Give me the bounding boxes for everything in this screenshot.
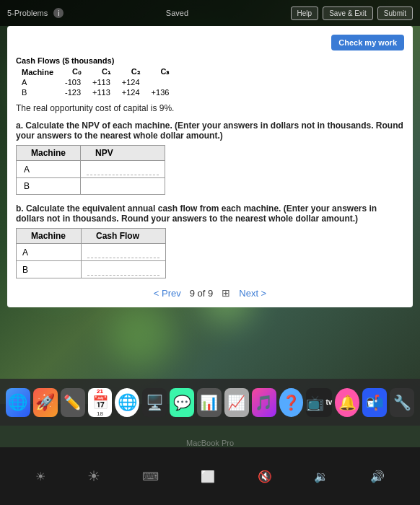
calendar-num: 18 — [97, 410, 103, 417]
b-c2: +124 — [116, 87, 146, 97]
bar-icon: 📈 — [227, 394, 245, 411]
npv-machine-a: A — [17, 161, 81, 178]
mute-icon[interactable]: 🔇 — [258, 470, 272, 483]
col-c1: C₁ — [87, 66, 116, 77]
prev-button[interactable]: < Prev — [154, 288, 181, 299]
b-c3: +136 — [146, 87, 175, 97]
brightness-low-icon[interactable]: ☀ — [35, 470, 45, 483]
cf2-value-b[interactable] — [82, 261, 166, 278]
dock-item-bell[interactable]: 🔔 — [335, 388, 359, 417]
saved-status: Saved — [166, 9, 188, 17]
dock-item-tools[interactable]: 🔧 — [390, 388, 414, 417]
dock-item-question[interactable]: ❓ — [279, 388, 304, 417]
cf2-col-cashflow: Cash Flow — [82, 229, 166, 244]
grid-icon[interactable]: ⊞ — [222, 287, 230, 299]
top-bar: 5-Problems i Saved Help Save & Exit Subm… — [0, 0, 420, 26]
keyboard-bar: ☀ ☀ ⌨ ⬜ 🔇 🔉 🔊 — [0, 447, 420, 505]
cash-flow-table: Machine C₀ C₁ C₂ C₃ A -103 +113 +124 B — [16, 66, 175, 97]
npv-machine-b: B — [17, 178, 81, 195]
cf2-row-b: B — [17, 261, 166, 278]
machine-b: B — [16, 87, 59, 97]
part-a-label: a. Calculate the NPV of each machine. (E… — [16, 120, 404, 141]
finder-icon: 🌐 — [8, 393, 27, 412]
monitor-icon: 🖥️ — [146, 394, 164, 411]
part-b-label: b. Calculate the equivalent annual cash … — [16, 203, 404, 224]
npv-col-npv: NPV — [81, 146, 165, 161]
cash-flows-section: Cash Flows ($ thousands) Machine C₀ C₁ C… — [16, 56, 404, 97]
npv-value-b[interactable] — [81, 178, 165, 195]
cashflow-table2: Machine Cash Flow A B — [16, 228, 166, 278]
a-c3 — [146, 77, 175, 87]
mission-control-icon[interactable]: ⬜ — [201, 470, 215, 483]
tv-icon: 📺 — [306, 394, 324, 411]
info-icon: i — [53, 8, 64, 18]
dock-item-monitor[interactable]: 🖥️ — [142, 388, 167, 417]
b-c0: -123 — [59, 87, 87, 97]
a-c1: +113 — [87, 77, 116, 87]
help-button[interactable]: Help — [291, 6, 319, 20]
brightness-high-icon[interactable]: ☀ — [87, 467, 100, 485]
npv-row-b: B — [17, 178, 165, 195]
page-count: 9 of 9 — [190, 288, 214, 299]
dock-item-pencil[interactable]: ✏️ — [61, 388, 85, 417]
npv-col-machine: Machine — [17, 146, 81, 161]
calendar-date-badge: 21 — [97, 388, 103, 395]
cf2-col-machine: Machine — [17, 229, 82, 244]
col-c0: C₀ — [59, 66, 87, 77]
saved-label: Saved — [166, 9, 188, 17]
dock-item-bar[interactable]: 📈 — [224, 388, 249, 417]
cash-flow-header: Cash Flows ($ thousands) — [16, 56, 404, 65]
dock-item-finder[interactable]: 🌐 — [6, 388, 30, 417]
npv-table: Machine NPV A B — [16, 145, 165, 195]
keyboard-icon[interactable]: ⌨ — [142, 470, 159, 483]
table-row: B -123 +113 +124 +136 — [16, 87, 175, 97]
next-button[interactable]: Next > — [239, 288, 266, 299]
npv-row-a: A — [17, 161, 165, 178]
submit-button[interactable]: Submit — [377, 6, 413, 20]
a-c2: +124 — [116, 77, 146, 87]
cf-input-b[interactable] — [87, 263, 159, 276]
top-bar-right: Help Save & Exit Submit — [291, 6, 413, 20]
npv-input-b[interactable] — [87, 180, 159, 192]
dock-item-calendar[interactable]: 21 📅 18 — [88, 388, 113, 417]
calendar-icon: 📅 — [92, 395, 108, 410]
dock-bar: 🌐 🚀 ✏️ 21 📅 18 🌐 🖥️ 💬 📊 📈 🎵 ❓ 📺 tv 🔔 📬 — [0, 379, 420, 426]
cf2-machine-b: B — [17, 261, 82, 278]
col-machine: Machine — [16, 66, 59, 77]
cf2-row-a: A — [17, 244, 166, 261]
chrome-icon: 🌐 — [118, 393, 137, 412]
save-exit-button[interactable]: Save & Exit — [323, 6, 373, 20]
music-icon: 🎵 — [255, 394, 273, 411]
macbook-label: MacBook Pro — [0, 439, 420, 447]
cf2-value-a[interactable] — [82, 244, 166, 261]
npv-value-a[interactable] — [81, 161, 165, 178]
top-bar-left: 5-Problems i — [7, 8, 64, 18]
volume-up-icon[interactable]: 🔊 — [370, 470, 385, 483]
dock-item-mail[interactable]: 📬 — [362, 388, 387, 417]
check-work-button[interactable]: Check my work — [331, 35, 404, 50]
pagination: < Prev 9 of 9 ⊞ Next > — [16, 287, 404, 299]
mail-icon: 📬 — [366, 394, 384, 411]
opportunity-cost-text: The real opportunity cost of capital is … — [16, 103, 404, 113]
dock-item-img[interactable]: 📊 — [197, 388, 222, 417]
check-work-row: Check my work — [16, 35, 404, 50]
launchpad-icon: 🚀 — [35, 393, 55, 412]
content-area: Check my work Cash Flows ($ thousands) M… — [7, 26, 413, 307]
cf-input-a[interactable] — [87, 246, 159, 258]
b-c1: +113 — [87, 87, 116, 97]
volume-down-icon[interactable]: 🔉 — [314, 470, 328, 483]
machine-a: A — [16, 77, 59, 87]
table-row: A -103 +113 +124 — [16, 77, 175, 87]
pencil-icon: ✏️ — [64, 394, 82, 411]
dock-item-chrome[interactable]: 🌐 — [115, 388, 139, 417]
chat-icon: 💬 — [173, 394, 191, 411]
dock-item-tv[interactable]: 📺 tv — [306, 388, 332, 417]
npv-input-a[interactable] — [87, 163, 159, 175]
dock-item-launchpad[interactable]: 🚀 — [33, 388, 58, 417]
tools-icon: 🔧 — [393, 394, 411, 411]
tv-label: tv — [325, 398, 332, 406]
app-title: 5-Problems — [7, 9, 48, 17]
dock-item-music[interactable]: 🎵 — [252, 388, 276, 417]
a-c0: -103 — [59, 77, 87, 87]
dock-item-chat[interactable]: 💬 — [170, 388, 194, 417]
